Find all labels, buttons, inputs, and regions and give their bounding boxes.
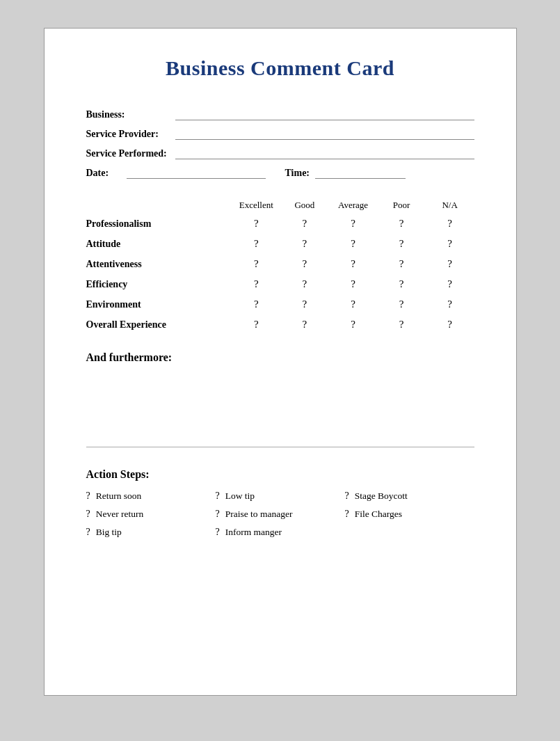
rating-mark[interactable]: ? — [235, 298, 277, 310]
rating-row-efficiency: Efficiency ? ? ? ? ? — [86, 278, 474, 290]
rating-mark[interactable]: ? — [429, 298, 471, 310]
rating-header-na: N/A — [429, 200, 471, 211]
action-item-return-soon[interactable]: ? Return soon — [86, 491, 216, 502]
rating-label-attitude: Attitude — [86, 239, 232, 250]
rating-mark[interactable]: ? — [284, 258, 326, 270]
rating-label-professionalism: Professionalism — [86, 218, 232, 230]
action-item-low-tip[interactable]: ? Low tip — [216, 491, 345, 502]
service-provider-line — [175, 127, 474, 140]
action-label-file-charges: File Charges — [355, 509, 402, 520]
service-provider-label: Service Provider: — [86, 129, 170, 140]
action-label-low-tip: Low tip — [225, 491, 255, 502]
rating-mark[interactable]: ? — [284, 319, 326, 330]
business-field-row: Business: — [86, 108, 474, 120]
rating-mark[interactable]: ? — [429, 258, 471, 270]
fields-section: Business: Service Provider: Service Perf… — [86, 108, 474, 179]
business-line — [175, 108, 474, 120]
rating-mark[interactable]: ? — [429, 218, 471, 230]
action-checkbox-low-tip[interactable]: ? — [216, 491, 220, 502]
action-steps-title: Action Steps: — [86, 468, 474, 481]
action-checkbox-stage-boycott[interactable]: ? — [345, 491, 349, 502]
rating-mark[interactable]: ? — [332, 218, 374, 230]
action-item-inform-manager[interactable]: ? Inform manger — [216, 527, 345, 538]
rating-mark[interactable]: ? — [332, 238, 374, 250]
rating-mark[interactable]: ? — [381, 238, 422, 250]
rating-marks-environment: ? ? ? ? ? — [232, 298, 474, 310]
rating-mark[interactable]: ? — [284, 238, 326, 250]
time-label: Time: — [285, 168, 310, 179]
rating-header-row: Excellent Good Average Poor N/A — [86, 200, 474, 211]
rating-marks-efficiency: ? ? ? ? ? — [232, 278, 474, 290]
rating-label-overall: Overall Experience — [86, 319, 232, 330]
action-checkbox-praise-manager[interactable]: ? — [216, 509, 220, 520]
action-label-stage-boycott: Stage Boycott — [355, 491, 408, 502]
action-item-stage-boycott[interactable]: ? Stage Boycott — [345, 491, 474, 502]
action-checkbox-never-return[interactable]: ? — [86, 509, 90, 520]
rating-label-attentiveness: Attentiveness — [86, 259, 232, 270]
rating-mark[interactable]: ? — [381, 298, 422, 310]
rating-row-overall: Overall Experience ? ? ? ? ? — [86, 319, 474, 330]
rating-header-poor: Poor — [381, 200, 422, 211]
rating-row-attentiveness: Attentiveness ? ? ? ? ? — [86, 258, 474, 270]
rating-mark[interactable]: ? — [284, 298, 326, 310]
comment-card: Business Comment Card Business: Service … — [44, 28, 517, 696]
action-checkbox-file-charges[interactable]: ? — [345, 509, 349, 520]
rating-mark[interactable]: ? — [332, 258, 374, 270]
furthermore-section: And furthermore: — [86, 351, 474, 447]
service-performed-field-row: Service Performed: — [86, 147, 474, 159]
rating-mark[interactable]: ? — [381, 319, 422, 330]
rating-mark[interactable]: ? — [235, 218, 277, 230]
action-checkbox-inform-manager[interactable]: ? — [216, 527, 220, 538]
date-time-field-row: Date: Time: — [86, 166, 474, 179]
rating-label-environment: Environment — [86, 299, 232, 310]
rating-mark[interactable]: ? — [235, 278, 277, 290]
rating-marks-overall: ? ? ? ? ? — [232, 319, 474, 330]
service-performed-line — [175, 147, 474, 159]
action-section: Action Steps: ? Return soon ? Low tip ? … — [86, 468, 474, 538]
date-label: Date: — [86, 168, 121, 179]
rating-mark[interactable]: ? — [381, 218, 422, 230]
rating-mark[interactable]: ? — [429, 238, 471, 250]
action-checkbox-return-soon[interactable]: ? — [86, 491, 90, 502]
action-item-big-tip[interactable]: ? Big tip — [86, 527, 216, 538]
rating-row-professionalism: Professionalism ? ? ? ? ? — [86, 218, 474, 230]
rating-mark[interactable]: ? — [429, 319, 471, 330]
rating-mark[interactable]: ? — [332, 298, 374, 310]
action-label-big-tip: Big tip — [96, 527, 122, 538]
rating-mark[interactable]: ? — [332, 319, 374, 330]
rating-mark[interactable]: ? — [332, 278, 374, 290]
action-item-file-charges[interactable]: ? File Charges — [345, 509, 474, 520]
rating-mark[interactable]: ? — [235, 258, 277, 270]
action-label-never-return: Never return — [96, 509, 144, 520]
rating-row-environment: Environment ? ? ? ? ? — [86, 298, 474, 310]
date-line — [127, 166, 266, 179]
action-item-empty — [345, 527, 474, 538]
action-label-praise-manager: Praise to manager — [225, 509, 293, 520]
rating-mark[interactable]: ? — [381, 278, 422, 290]
business-label: Business: — [86, 109, 170, 120]
service-performed-label: Service Performed: — [86, 148, 170, 159]
time-line — [315, 166, 406, 179]
rating-marks-professionalism: ? ? ? ? ? — [232, 218, 474, 230]
rating-section: Excellent Good Average Poor N/A Professi… — [86, 200, 474, 330]
rating-mark[interactable]: ? — [235, 319, 277, 330]
card-title: Business Comment Card — [86, 56, 474, 80]
furthermore-text-area[interactable] — [86, 371, 474, 447]
rating-header-good: Good — [284, 200, 326, 211]
rating-header-average: Average — [332, 200, 374, 211]
rating-header-excellent: Excellent — [235, 200, 277, 211]
service-provider-field-row: Service Provider: — [86, 127, 474, 140]
action-item-praise-manager[interactable]: ? Praise to manager — [216, 509, 345, 520]
action-item-never-return[interactable]: ? Never return — [86, 509, 216, 520]
action-checkbox-big-tip[interactable]: ? — [86, 527, 90, 538]
rating-mark[interactable]: ? — [284, 218, 326, 230]
rating-mark[interactable]: ? — [235, 238, 277, 250]
action-grid: ? Return soon ? Low tip ? Stage Boycott … — [86, 491, 474, 538]
furthermore-title: And furthermore: — [86, 351, 474, 364]
rating-mark[interactable]: ? — [429, 278, 471, 290]
rating-label-efficiency: Efficiency — [86, 279, 232, 290]
rating-mark[interactable]: ? — [284, 278, 326, 290]
rating-mark[interactable]: ? — [381, 258, 422, 270]
action-label-return-soon: Return soon — [96, 491, 142, 502]
rating-header-cols: Excellent Good Average Poor N/A — [232, 200, 474, 211]
